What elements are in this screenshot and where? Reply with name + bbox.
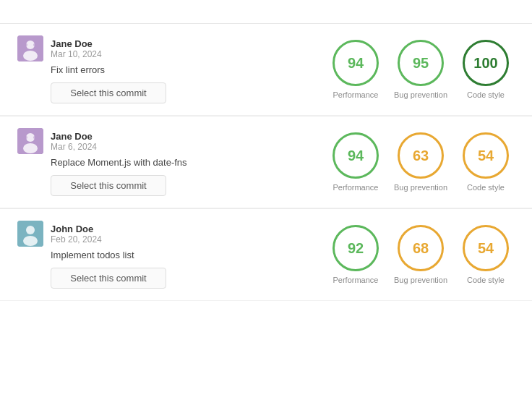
commit-date: Mar 6, 2024 (51, 142, 97, 152)
select-commit-button[interactable]: Select this commit (51, 82, 166, 103)
metric-circle: 63 (398, 132, 444, 179)
svg-point-2 (23, 51, 38, 61)
metric-label: Performance (333, 276, 379, 284)
metric-value: 100 (473, 55, 497, 72)
commit-author-row: John Doe Feb 20, 2024 (17, 221, 263, 247)
metric-value: 54 (478, 240, 494, 257)
metric-label: Performance (333, 90, 379, 99)
metric-item: 54 Code style (457, 225, 515, 284)
metric-circle: 54 (463, 132, 509, 179)
svg-point-4 (33, 43, 36, 46)
metric-label: Bug prevention (394, 276, 447, 284)
metric-label: Code style (467, 90, 505, 99)
metric-label: Bug prevention (394, 90, 447, 99)
avatar (17, 128, 43, 154)
metric-item: 68 Bug prevention (392, 225, 450, 284)
metric-label: Bug prevention (394, 183, 447, 192)
metric-item: 94 Performance (327, 40, 385, 99)
avatar (17, 35, 43, 61)
metric-item: 54 Code style (457, 132, 515, 192)
metric-value: 54 (478, 148, 494, 164)
commit-card: Jane Doe Mar 6, 2024 Replace Moment.js w… (0, 116, 532, 208)
metric-circle: 94 (332, 40, 379, 86)
commit-left: John Doe Feb 20, 2024 Implement todos li… (17, 221, 263, 289)
select-commit-button[interactable]: Select this commit (51, 175, 166, 196)
metric-circle: 54 (463, 225, 509, 271)
metric-value: 95 (413, 55, 429, 72)
metric-circle: 95 (398, 40, 444, 86)
metric-item: 94 Performance (327, 132, 385, 192)
avatar (17, 221, 43, 247)
avatar-icon (17, 128, 43, 154)
metric-circle: 100 (463, 40, 509, 86)
commit-message: Fix lint errors (51, 64, 263, 75)
author-name: Jane Doe (51, 38, 102, 49)
select-commit-button[interactable]: Select this commit (51, 268, 166, 289)
metric-value: 94 (348, 55, 364, 72)
metric-value: 94 (348, 148, 364, 164)
commit-author-row: Jane Doe Mar 6, 2024 (17, 128, 263, 154)
metric-value: 63 (413, 148, 429, 164)
commit-date: Feb 20, 2024 (51, 234, 102, 245)
metric-item: 63 Bug prevention (392, 132, 450, 192)
page-header (0, 0, 532, 24)
commit-date: Mar 10, 2024 (51, 49, 102, 59)
metric-value: 92 (348, 240, 364, 257)
metrics-row: 92 Performance 68 Bug prevention 54 Code… (327, 225, 515, 284)
metric-label: Code style (467, 183, 505, 192)
commit-message: Implement todos list (51, 250, 263, 260)
author-info: Jane Doe Mar 6, 2024 (51, 131, 97, 152)
author-info: John Doe Feb 20, 2024 (51, 224, 102, 245)
svg-point-11 (26, 226, 35, 234)
avatar-icon (17, 35, 43, 61)
svg-point-9 (33, 136, 36, 139)
metrics-row: 94 Performance 63 Bug prevention 54 Code… (327, 132, 515, 192)
metric-item: 95 Bug prevention (392, 40, 450, 99)
svg-point-8 (25, 136, 27, 139)
commit-card: John Doe Feb 20, 2024 Implement todos li… (0, 209, 532, 301)
commit-left: Jane Doe Mar 6, 2024 Replace Moment.js w… (17, 128, 263, 196)
metric-label: Code style (467, 276, 505, 284)
svg-point-7 (23, 143, 38, 153)
commits-list: Jane Doe Mar 10, 2024 Fix lint errors Se… (0, 24, 532, 301)
author-info: Jane Doe Mar 10, 2024 (51, 38, 102, 59)
svg-point-3 (25, 43, 27, 46)
author-name: John Doe (51, 224, 102, 234)
commit-left: Jane Doe Mar 10, 2024 Fix lint errors Se… (17, 35, 263, 103)
metric-item: 92 Performance (327, 225, 385, 284)
commit-message: Replace Moment.js with date-fns (51, 157, 263, 168)
metric-value: 68 (413, 240, 429, 257)
metric-item: 100 Code style (457, 40, 515, 99)
avatar-icon (17, 221, 43, 247)
author-name: Jane Doe (51, 131, 97, 142)
svg-point-12 (23, 236, 38, 246)
metric-circle: 92 (332, 225, 379, 271)
metric-label: Performance (333, 183, 379, 192)
metric-circle: 68 (398, 225, 444, 271)
commit-author-row: Jane Doe Mar 10, 2024 (17, 35, 263, 61)
commit-card: Jane Doe Mar 10, 2024 Fix lint errors Se… (0, 24, 532, 116)
metric-circle: 94 (332, 132, 379, 179)
metrics-row: 94 Performance 95 Bug prevention 100 Cod… (327, 40, 515, 99)
